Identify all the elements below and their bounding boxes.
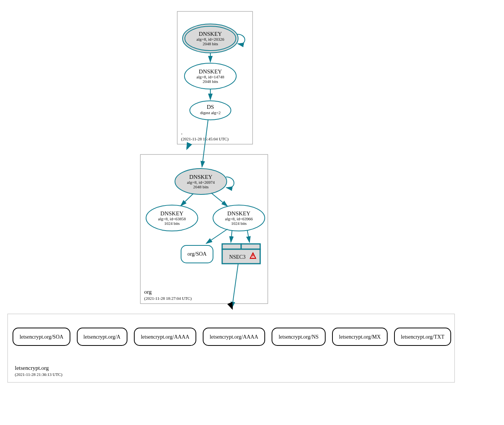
zone-root-label: . bbox=[181, 129, 183, 135]
svg-rect-19 bbox=[222, 244, 241, 249]
svg-text:letsencrypt.org/TXT: letsencrypt.org/TXT bbox=[401, 334, 445, 340]
svg-text:org/SOA: org/SOA bbox=[188, 251, 207, 257]
svg-text:DNSKEY: DNSKEY bbox=[189, 174, 213, 180]
zone-root-timestamp: (2021-11-28 15:45:04 UTC) bbox=[181, 137, 229, 142]
svg-text:letsencrypt.org/A: letsencrypt.org/A bbox=[83, 334, 121, 340]
zone-le bbox=[8, 314, 455, 382]
svg-text:alg=8, id=63858: alg=8, id=63858 bbox=[158, 216, 186, 221]
node-org-nsec3: NSEC3 bbox=[222, 244, 260, 264]
svg-text:alg=8, id=63966: alg=8, id=63966 bbox=[225, 216, 253, 221]
svg-text:letsencrypt.org/AAAA: letsencrypt.org/AAAA bbox=[210, 334, 259, 340]
svg-text:alg=8, id=20326: alg=8, id=20326 bbox=[197, 37, 224, 41]
svg-text:NSEC3: NSEC3 bbox=[229, 254, 246, 260]
svg-text:letsencrypt.org/MX: letsencrypt.org/MX bbox=[339, 334, 381, 340]
dnssec-chain-diagram: . (2021-11-28 15:45:04 UTC) DNSKEY alg=8… bbox=[4, 4, 504, 386]
svg-text:2048 bits: 2048 bits bbox=[203, 41, 218, 46]
svg-text:letsencrypt.org/NS: letsencrypt.org/NS bbox=[278, 334, 318, 340]
svg-text:letsencrypt.org/SOA: letsencrypt.org/SOA bbox=[19, 334, 64, 340]
svg-text:letsencrypt.org/AAAA: letsencrypt.org/AAAA bbox=[141, 334, 190, 340]
svg-text:digest alg=2: digest alg=2 bbox=[200, 110, 221, 115]
svg-text:DNSKEY: DNSKEY bbox=[199, 31, 222, 37]
svg-text:1024 bits: 1024 bits bbox=[164, 221, 180, 226]
svg-text:alg=8, id=14748: alg=8, id=14748 bbox=[197, 75, 224, 79]
svg-text:1024 bits: 1024 bits bbox=[231, 221, 247, 226]
svg-text:2048 bits: 2048 bits bbox=[193, 185, 209, 189]
svg-text:alg=8, id=26974: alg=8, id=26974 bbox=[187, 180, 215, 185]
svg-text:2048 bits: 2048 bits bbox=[203, 79, 218, 84]
svg-text:DNSKEY: DNSKEY bbox=[227, 210, 251, 216]
svg-text:DNSKEY: DNSKEY bbox=[161, 210, 184, 216]
svg-text:DS: DS bbox=[207, 104, 214, 110]
zone-le-label: letsencrypt.org bbox=[15, 365, 49, 371]
zone-org-timestamp: (2021-11-28 18:27:04 UTC) bbox=[144, 296, 192, 301]
zone-org-label: org bbox=[144, 289, 152, 295]
svg-rect-24 bbox=[253, 258, 253, 258]
zone-le-timestamp: (2021-11-28 21:36:13 UTC) bbox=[15, 372, 62, 377]
svg-rect-23 bbox=[253, 255, 253, 257]
svg-rect-20 bbox=[241, 244, 260, 249]
svg-text:DNSKEY: DNSKEY bbox=[199, 68, 222, 75]
